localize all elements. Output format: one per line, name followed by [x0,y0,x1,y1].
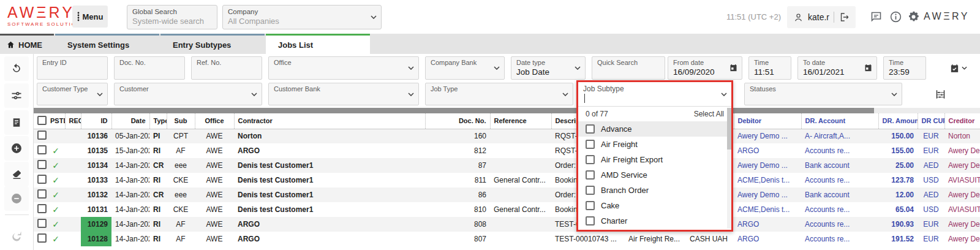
cell-doc_no: 87 [425,158,490,173]
row-checkbox[interactable] [37,233,47,243]
add-circle-icon[interactable] [4,136,29,161]
dropdown-option[interactable]: Advance [578,121,731,137]
dropdown-option[interactable]: Air Freight Export [578,152,731,167]
job-type-select[interactable]: Job Type [425,83,573,105]
horizontal-scrollbar[interactable] [34,108,980,113]
col-header-rec[interactable]: REC [65,113,81,129]
col-header-dr_cur[interactable]: DR CUR [918,113,944,129]
table-row[interactable]: ✓1012814-Jan-2021RIAFAWEARGO807TEST-0001… [34,232,980,246]
settings-gear-icon[interactable] [907,10,921,24]
row-checkbox[interactable] [37,131,47,140]
col-header-reference[interactable]: Reference [490,113,551,129]
customer-bank-select[interactable]: Customer Bank [268,83,419,105]
field-label: Customer [119,85,257,93]
statuses-select[interactable]: Statuses [744,83,902,105]
col-header-doc_no[interactable]: Doc. No. [425,113,490,129]
job-subtype-field[interactable]: Job Subtype [578,82,731,107]
table-row[interactable]: ✓1013414-Jan-2021CReeeAWEDenis test Cust… [34,158,980,173]
col-header-contractor[interactable]: Contractor [234,113,425,129]
doc-no-field[interactable]: Doc. No. [114,56,185,80]
cell-description: TEST-00010743 ... [551,232,625,246]
info-icon[interactable] [889,10,903,24]
cell-reference: General Contr... [490,173,551,188]
horizontal-scrollbar-thumb[interactable] [34,108,874,113]
row-checkbox[interactable] [37,204,47,213]
option-checkbox[interactable] [586,170,595,180]
table-row[interactable]: 1013605-Jan-2021PICPTAWENorton160RQST-21… [34,129,980,143]
menu-button[interactable]: Menu [72,6,108,28]
cell-debitor: Awery Demo ... [734,158,801,173]
global-search-input[interactable]: Global Search System-wide search [127,5,217,29]
select-all-link[interactable]: Select All [694,110,724,118]
table-row[interactable]: ✓1012914-Jan-2021RIAFAWEARGO808TEST-00AR… [34,217,980,232]
calendar-icon[interactable] [864,63,873,72]
option-checkbox[interactable] [586,140,595,149]
document-icon[interactable] [4,110,29,135]
company-select[interactable]: Company All Companies [222,5,382,29]
company-bank-select[interactable]: Company Bank [425,56,505,80]
col-header-creditor[interactable]: Creditor [944,113,980,129]
redo-icon[interactable] [4,223,29,248]
abacus-icon[interactable] [925,86,956,102]
tab-home[interactable]: HOME [0,34,54,54]
office-select[interactable]: Office [268,56,419,80]
option-checkbox[interactable] [586,124,595,134]
select-all-checkbox[interactable] [37,116,47,125]
date-type-select[interactable]: Date type Job Date [511,56,586,80]
ref-no-field[interactable]: Ref. No. [191,56,262,80]
dropdown-option[interactable]: AMD Service [578,167,731,183]
col-header-dr_account[interactable]: DR. Account [801,113,878,129]
dropdown-scrollbar-thumb[interactable] [727,108,731,150]
logout-icon[interactable] [839,12,850,23]
cell-id: 10132 [81,188,111,202]
row-checkbox[interactable] [37,175,47,184]
tab-system-settings[interactable]: System Settings [55,34,159,54]
row-checkbox[interactable] [37,219,47,228]
row-checkbox[interactable] [37,160,47,169]
to-time-field[interactable]: Time 23:59 [883,56,926,80]
col-header-id[interactable]: ID [81,113,111,129]
table-row[interactable]: ✓1013214-Jan-2021CReeeAWEDenis test Cust… [34,188,980,202]
dropdown-option[interactable]: Branch Order [578,183,731,198]
from-date-field[interactable]: From date 16/09/2020 [668,56,742,80]
remove-circle-icon[interactable] [4,186,29,211]
col-header-type[interactable]: Type [149,113,167,129]
from-time-field[interactable]: Time 11:51 [748,56,791,80]
col-header-sub[interactable]: Sub [167,113,195,129]
entry-id-field[interactable]: Entry ID [37,56,108,80]
row-checkbox[interactable] [37,189,47,199]
col-header-date[interactable]: Date [111,113,149,129]
date-preset-button[interactable] [942,60,974,76]
option-checkbox[interactable] [586,186,595,195]
tab-jobs-list[interactable]: Jobs List [266,34,370,54]
to-date-field[interactable]: To date 16/01/2021 [797,56,877,80]
table-row[interactable]: ✓1013114-Jan-2021RICKEAWEDenis test Cust… [34,202,980,217]
user-menu[interactable]: kate.r [787,6,856,28]
option-checkbox[interactable] [586,155,595,164]
refresh-icon[interactable] [4,56,29,81]
eraser-icon[interactable] [4,162,29,186]
table-row[interactable]: ✓1013515-Jan-2021RIAFAWEARGO812RQST-21AR… [34,143,980,158]
dropdown-option[interactable]: Cake [578,198,731,213]
cell-select [34,232,47,246]
customer-select[interactable]: Customer [114,83,262,105]
col-header-debitor[interactable]: Debitor [734,113,801,129]
option-checkbox[interactable] [586,201,595,210]
feedback-icon[interactable] [870,10,883,24]
col-header-select [34,113,47,129]
col-header-office[interactable]: Office [195,113,234,129]
calendar-icon[interactable] [729,63,738,72]
table-row[interactable]: ✓1013314-Jan-2021RICKEAWEDenis test Cust… [34,173,980,188]
option-checkbox[interactable] [586,216,595,225]
tab-entry-subtypes[interactable]: Entry Subtypes [160,34,265,54]
dropdown-option[interactable]: Charter [578,213,731,229]
customer-type-select[interactable]: Customer Type [37,83,108,105]
dropdown-option[interactable]: Air Freight [578,137,731,152]
col-header-pstd[interactable]: PSTD [47,113,65,129]
quick-search-field[interactable]: Quick Search [592,56,665,80]
filter-settings-icon[interactable] [4,83,29,108]
dropdown-scrollbar[interactable] [727,108,731,229]
cell-date: 15-Jan-2021 [111,143,149,158]
col-header-dr_amount[interactable]: DR. Amount [878,113,918,129]
row-checkbox[interactable] [37,145,47,154]
